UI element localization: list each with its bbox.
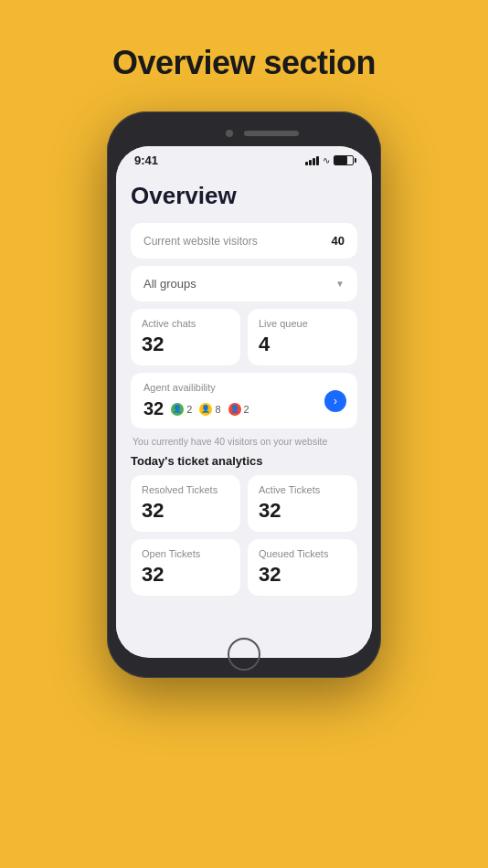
signal-bar-1 <box>305 162 308 165</box>
active-tickets-value: 32 <box>259 499 346 523</box>
agent-availability-card: Agent availibility 32 👤 2 👤 8 👤 2 <box>131 373 357 429</box>
home-button[interactable] <box>228 638 260 671</box>
signal-bar-3 <box>313 158 315 165</box>
live-queue-value: 4 <box>259 333 346 356</box>
screen-content: Overview Current website visitors 40 All… <box>116 171 372 655</box>
queued-tickets-label: Queued Tickets <box>259 548 346 559</box>
agent-red-icon: 👤 <box>228 403 241 416</box>
active-tickets-label: Active Tickets <box>259 484 346 495</box>
open-tickets-label: Open Tickets <box>142 548 229 559</box>
info-text: You currently have 40 visitors on your w… <box>131 436 357 447</box>
status-bar: 9:41 ∿ <box>116 146 372 171</box>
resolved-tickets-label: Resolved Tickets <box>142 484 229 495</box>
visitors-card: Current website visitors 40 <box>131 223 357 259</box>
agent-avail-row: 32 👤 2 👤 8 👤 2 <box>143 398 345 419</box>
status-icons: ∿ <box>305 155 354 165</box>
phone-speaker <box>244 131 299 136</box>
overview-heading: Overview <box>131 182 357 210</box>
agent-green-count: 2 <box>186 404 192 415</box>
status-time: 9:41 <box>134 153 158 167</box>
active-chats-card: Active chats 32 <box>131 309 240 365</box>
resolved-tickets-value: 32 <box>142 499 229 523</box>
agent-green-icon: 👤 <box>171 403 184 416</box>
phone-top <box>116 121 372 146</box>
stats-row: Active chats 32 Live queue 4 <box>131 309 357 365</box>
avail-arrow-button[interactable]: › <box>324 390 346 412</box>
ticket-row-2: Open Tickets 32 Queued Tickets 32 <box>131 539 357 596</box>
phone-camera <box>226 130 233 137</box>
agent-red-count: 2 <box>244 404 249 415</box>
signal-bar-2 <box>309 160 312 165</box>
queued-tickets-value: 32 <box>259 563 346 587</box>
agent-group-red: 👤 2 <box>228 403 249 416</box>
active-chats-value: 32 <box>142 333 229 356</box>
dropdown-arrow-icon: ▼ <box>335 279 345 289</box>
active-chats-label: Active chats <box>142 318 229 329</box>
active-tickets-card: Active Tickets 32 <box>248 475 357 532</box>
agent-total: 32 <box>143 398 164 419</box>
battery-icon <box>334 155 354 165</box>
phone-frame: 9:41 ∿ Overview Current website visitors <box>107 111 381 678</box>
open-tickets-value: 32 <box>142 563 229 587</box>
queued-tickets-card: Queued Tickets 32 <box>248 539 357 596</box>
agent-avail-label: Agent availibility <box>143 382 345 393</box>
ticket-row-1: Resolved Tickets 32 Active Tickets 32 <box>131 475 357 532</box>
live-queue-label: Live queue <box>259 318 346 329</box>
live-queue-card: Live queue 4 <box>248 309 357 365</box>
signal-bar-4 <box>316 156 319 165</box>
resolved-tickets-card: Resolved Tickets 32 <box>131 475 240 532</box>
agent-group-yellow: 👤 8 <box>199 403 220 416</box>
agent-yellow-count: 8 <box>215 404 220 415</box>
agent-group-green: 👤 2 <box>171 403 192 416</box>
ticket-analytics-title: Today's ticket analytics <box>131 454 357 468</box>
signal-bars-icon <box>305 156 319 165</box>
groups-label: All groups <box>143 277 196 291</box>
page-title: Overview section <box>112 44 376 82</box>
visitors-label: Current website visitors <box>143 235 258 248</box>
groups-card[interactable]: All groups ▼ <box>131 266 357 302</box>
wifi-icon: ∿ <box>323 155 330 165</box>
battery-fill <box>334 156 347 164</box>
open-tickets-card: Open Tickets 32 <box>131 539 240 596</box>
visitors-count: 40 <box>332 234 345 248</box>
phone-screen: 9:41 ∿ Overview Current website visitors <box>116 146 372 658</box>
agent-yellow-icon: 👤 <box>199 403 212 416</box>
